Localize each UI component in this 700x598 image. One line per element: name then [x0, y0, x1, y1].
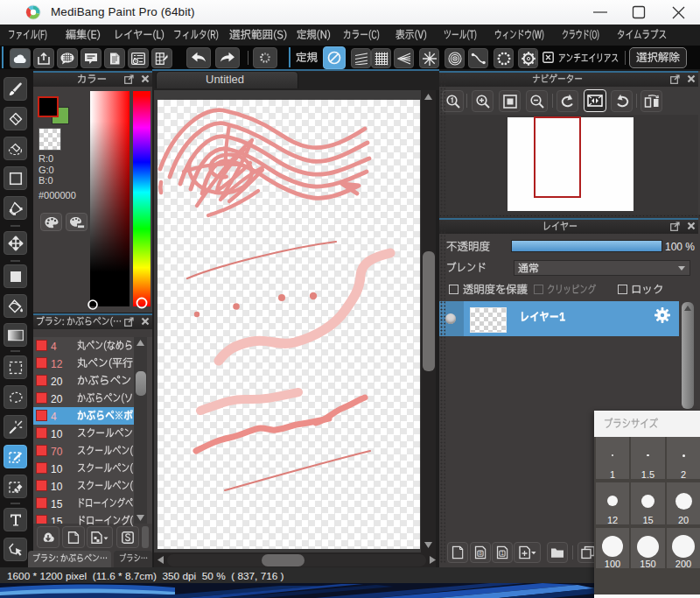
svg-text:8: 8 [479, 550, 482, 556]
svg-text:1: 1 [500, 550, 504, 556]
